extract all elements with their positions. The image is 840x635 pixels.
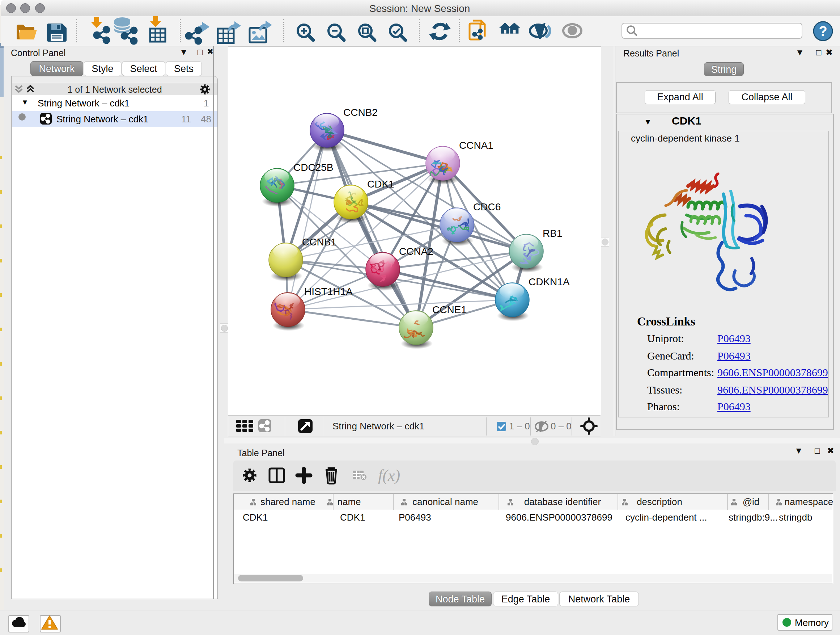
svg-text:name: name <box>337 496 361 507</box>
svg-text:CDK1: CDK1 <box>367 179 394 190</box>
svg-text:CDC6: CDC6 <box>473 201 501 212</box>
svg-text:RB1: RB1 <box>543 228 562 239</box>
svg-text:CCNE1: CCNE1 <box>432 304 467 315</box>
svg-text:CDKN1A: CDKN1A <box>529 276 570 287</box>
svg-text:?: ? <box>819 24 827 39</box>
svg-text:HIST1H1A: HIST1H1A <box>304 286 353 297</box>
svg-text:canonical name: canonical name <box>412 496 478 507</box>
svg-text:CCNB1: CCNB1 <box>302 236 336 248</box>
svg-text:CCNA1: CCNA1 <box>459 140 493 151</box>
svg-text:namespace: namespace <box>785 496 833 507</box>
svg-text:description: description <box>637 496 682 507</box>
svg-text:CDC25B: CDC25B <box>294 162 333 173</box>
svg-text:CCNA2: CCNA2 <box>399 246 433 257</box>
svg-text:database identifier: database identifier <box>524 496 601 507</box>
svg-text:@id: @id <box>743 496 760 507</box>
svg-text:shared name: shared name <box>261 496 316 507</box>
svg-text:CCNB2: CCNB2 <box>343 107 378 118</box>
svg-text:f(x): f(x) <box>378 467 400 485</box>
